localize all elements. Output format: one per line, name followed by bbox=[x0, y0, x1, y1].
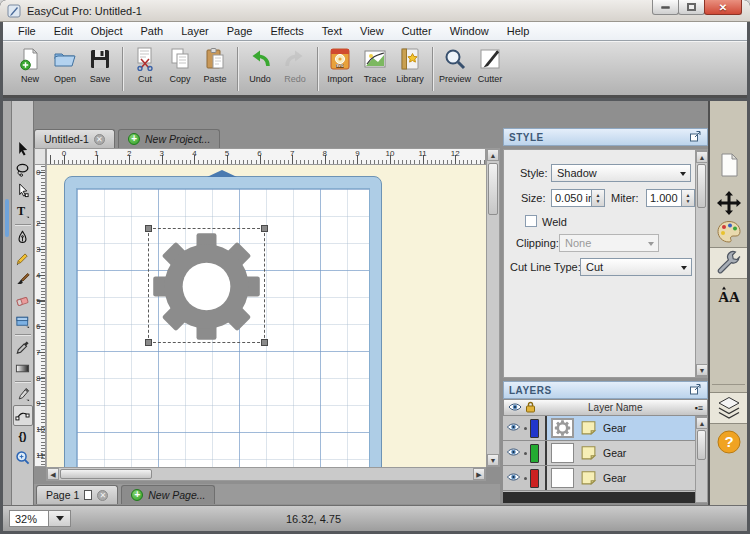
close-button[interactable]: ✕ bbox=[704, 0, 742, 15]
brush-tool[interactable] bbox=[13, 269, 33, 290]
scrollbar-thumb[interactable] bbox=[697, 430, 706, 460]
zoom-dropdown-button[interactable] bbox=[49, 510, 71, 527]
tab-untitled-1[interactable]: Untitled-1 ✕ bbox=[34, 129, 115, 148]
eye-icon[interactable] bbox=[506, 447, 521, 459]
menu-edit[interactable]: Edit bbox=[45, 23, 82, 39]
layers-menu-icon[interactable]: ▪≡ bbox=[695, 403, 703, 413]
spinner-arrows-icon[interactable]: ▲▼ bbox=[592, 189, 605, 207]
scrollbar-thumb[interactable] bbox=[697, 164, 706, 208]
new-page-tab[interactable]: + New Page... bbox=[121, 485, 215, 504]
menu-view[interactable]: View bbox=[351, 23, 393, 39]
menu-cutter[interactable]: Cutter bbox=[393, 23, 441, 39]
close-page-icon[interactable]: ✕ bbox=[97, 490, 108, 501]
layers-scrollbar[interactable]: ▲ bbox=[695, 416, 708, 503]
toolbar-button-cutter[interactable]: Cutter bbox=[473, 45, 507, 84]
style-select[interactable]: Shadow bbox=[551, 164, 691, 182]
toolbar-button-new[interactable]: New bbox=[13, 45, 47, 84]
page-1-tab[interactable]: Page 1 ✕ bbox=[36, 485, 118, 504]
toolbar-button-library[interactable]: Library bbox=[393, 45, 427, 84]
layer-row[interactable]: Gear bbox=[503, 441, 695, 466]
menu-effects[interactable]: Effects bbox=[261, 23, 312, 39]
minimize-button[interactable] bbox=[652, 0, 679, 15]
selection-box[interactable] bbox=[148, 228, 265, 343]
horizontal-scrollbar[interactable]: ◀ ▶ bbox=[46, 467, 486, 481]
lock-dot[interactable] bbox=[524, 477, 527, 480]
node-edit-tool[interactable] bbox=[13, 405, 33, 426]
eye-icon[interactable] bbox=[508, 402, 522, 414]
scroll-down-arrow[interactable]: ▼ bbox=[696, 364, 708, 376]
menu-object[interactable]: Object bbox=[82, 23, 132, 39]
miter-spinner[interactable]: 1.000 ▲▼ bbox=[646, 189, 695, 207]
layers-panel-button[interactable] bbox=[710, 392, 747, 424]
layer-row[interactable]: Gear bbox=[503, 416, 695, 441]
layer-thumbnail[interactable] bbox=[551, 468, 574, 488]
wrench-panel-button[interactable] bbox=[710, 247, 747, 279]
layer-row[interactable]: Gear bbox=[503, 466, 695, 491]
layer-thumbnail[interactable] bbox=[551, 443, 574, 463]
help-panel-button[interactable]: ? bbox=[710, 426, 747, 458]
lock-dot[interactable] bbox=[524, 452, 527, 455]
scroll-up-arrow[interactable]: ▲ bbox=[696, 417, 708, 429]
new-project-tab[interactable]: + New Project... bbox=[118, 129, 220, 148]
toolbar-button-redo[interactable]: Redo bbox=[278, 45, 312, 84]
pencil-tool[interactable] bbox=[13, 248, 33, 269]
menu-help[interactable]: Help bbox=[498, 23, 539, 39]
menu-layer[interactable]: Layer bbox=[172, 23, 218, 39]
vertical-scrollbar[interactable]: ▲ ▼ bbox=[486, 148, 500, 467]
zoom-value[interactable]: 32% bbox=[9, 510, 49, 527]
toolbar-button-cut[interactable]: Cut bbox=[128, 45, 162, 84]
lock-icon[interactable] bbox=[525, 401, 536, 415]
toolbar-button-preview[interactable]: Preview bbox=[438, 45, 472, 84]
bracket-tool[interactable]: {) bbox=[13, 426, 33, 447]
menu-text[interactable]: Text bbox=[313, 23, 351, 39]
scrollbar-thumb[interactable] bbox=[60, 469, 152, 479]
palette-panel-button[interactable] bbox=[710, 216, 747, 248]
selection-handle[interactable] bbox=[145, 339, 152, 346]
direct-select-tool[interactable] bbox=[13, 180, 33, 201]
shape-tool[interactable] bbox=[13, 311, 33, 332]
toolbar-button-trace[interactable]: Trace bbox=[358, 45, 392, 84]
gradient-tool[interactable] bbox=[13, 358, 33, 379]
size-spinner[interactable]: 0.050 in ▲▼ bbox=[551, 189, 605, 207]
toolbar-button-save[interactable]: Save bbox=[83, 45, 117, 84]
selection-handle[interactable] bbox=[261, 339, 268, 346]
scroll-up-arrow[interactable]: ▲ bbox=[696, 151, 708, 163]
miter-value[interactable]: 1.000 bbox=[646, 189, 682, 207]
weld-checkbox[interactable] bbox=[525, 215, 537, 227]
scrollbar-thumb[interactable] bbox=[488, 163, 498, 215]
layer-thumbnail[interactable] bbox=[551, 418, 574, 438]
lasso-tool[interactable] bbox=[13, 159, 33, 180]
text-tool[interactable]: T bbox=[13, 201, 33, 222]
layer-color-swatch[interactable] bbox=[530, 469, 539, 488]
move-panel-button[interactable] bbox=[710, 187, 747, 219]
scroll-up-arrow[interactable]: ▲ bbox=[487, 149, 499, 161]
eyedropper-tool[interactable] bbox=[13, 337, 33, 358]
font-panel-button[interactable]: AA bbox=[710, 279, 747, 311]
layer-name[interactable]: Gear bbox=[603, 447, 626, 459]
layer-name[interactable]: Gear bbox=[603, 422, 626, 434]
scroll-left-arrow[interactable]: ◀ bbox=[47, 468, 59, 480]
close-tab-icon[interactable]: ✕ bbox=[94, 134, 105, 145]
menu-file[interactable]: File bbox=[9, 23, 45, 39]
spinner-arrows-icon[interactable]: ▲▼ bbox=[682, 189, 695, 207]
maximize-button[interactable] bbox=[678, 0, 705, 15]
dock-panel-icon[interactable] bbox=[689, 130, 702, 145]
scroll-right-arrow[interactable]: ▶ bbox=[473, 468, 485, 480]
size-value[interactable]: 0.050 in bbox=[551, 189, 592, 207]
lock-dot[interactable] bbox=[524, 427, 527, 430]
menu-window[interactable]: Window bbox=[441, 23, 498, 39]
selection-handle[interactable] bbox=[145, 225, 152, 232]
dock-panel-icon[interactable] bbox=[689, 383, 702, 398]
toolbar-button-paste[interactable]: Paste bbox=[198, 45, 232, 84]
document-panel-button[interactable] bbox=[710, 149, 747, 181]
pen-tool[interactable] bbox=[13, 227, 33, 248]
zoom-control[interactable]: 32% bbox=[9, 510, 71, 527]
layer-name[interactable]: Gear bbox=[603, 472, 626, 484]
select-tool[interactable] bbox=[13, 138, 33, 159]
menu-path[interactable]: Path bbox=[132, 23, 173, 39]
zoom-tool[interactable] bbox=[13, 447, 33, 468]
scroll-down-arrow[interactable]: ▼ bbox=[487, 454, 499, 466]
toolbar-button-undo[interactable]: Undo bbox=[243, 45, 277, 84]
left-dock-strip[interactable] bbox=[3, 101, 12, 505]
layer-color-swatch[interactable] bbox=[530, 419, 539, 438]
